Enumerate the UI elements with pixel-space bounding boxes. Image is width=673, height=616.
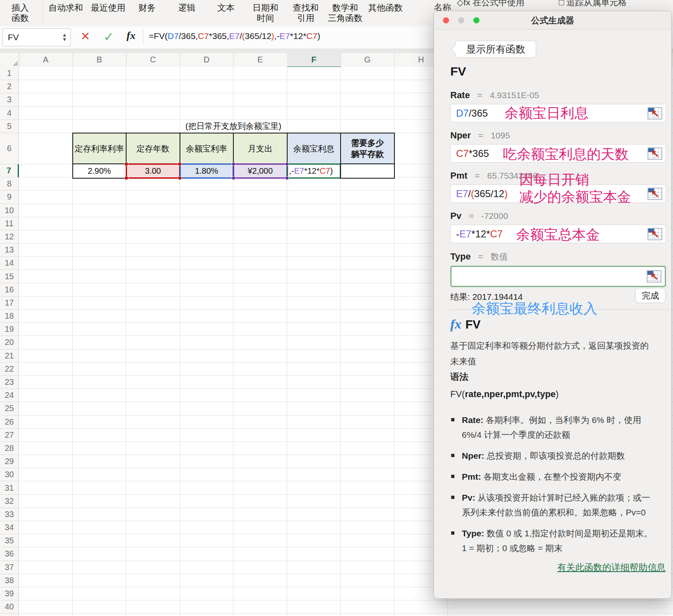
grid-cell[interactable]	[341, 230, 394, 244]
grid-cell[interactable]	[73, 534, 127, 547]
grid-cell[interactable]	[126, 349, 180, 363]
grid-cell[interactable]	[287, 217, 341, 230]
grid-cell[interactable]	[233, 429, 287, 442]
grid-cell[interactable]	[126, 80, 180, 93]
grid-cell[interactable]	[287, 283, 341, 297]
grid-cell[interactable]	[341, 481, 394, 494]
grid-cell[interactable]	[233, 376, 287, 389]
row-header-37[interactable]: 37	[0, 561, 19, 574]
row-header-28[interactable]: 28	[0, 442, 19, 455]
grid-cell[interactable]	[19, 574, 73, 587]
table-header-cell[interactable]: 月支出	[233, 133, 288, 165]
row-header-4[interactable]: 4	[0, 107, 19, 120]
row-header-35[interactable]: 35	[0, 534, 19, 547]
grid-cell[interactable]	[180, 107, 234, 120]
grid-cell[interactable]	[287, 561, 341, 574]
grid-cell[interactable]	[126, 587, 180, 600]
grid-cell[interactable]	[73, 323, 127, 336]
grid-cell[interactable]	[19, 495, 73, 508]
grid-cell[interactable]	[126, 495, 180, 508]
grid-cell[interactable]	[73, 429, 127, 442]
row-header-38[interactable]: 38	[0, 574, 19, 587]
grid-cell[interactable]	[341, 191, 394, 204]
row-header-39[interactable]: 39	[0, 587, 19, 600]
grid-cell[interactable]	[73, 80, 127, 93]
grid-cell[interactable]	[341, 561, 394, 574]
cell-C7[interactable]: 3.00	[126, 163, 180, 179]
grid-cell[interactable]	[126, 67, 180, 80]
grid-cell[interactable]	[19, 561, 73, 574]
grid-cell[interactable]	[73, 349, 127, 363]
grid-cell[interactable]	[341, 257, 394, 270]
grid-cell[interactable]	[341, 323, 394, 336]
grid-cell[interactable]	[126, 297, 180, 310]
grid-cell[interactable]	[233, 297, 287, 310]
grid-cell[interactable]	[180, 297, 234, 310]
grid-cell[interactable]	[73, 495, 127, 508]
grid-cell[interactable]	[341, 547, 394, 561]
ribbon-fragment-trace-dependents[interactable]: □ 追踪从属单元格	[559, 0, 627, 8]
selection-handle[interactable]	[178, 176, 182, 180]
grid-cell[interactable]	[287, 349, 341, 363]
confirm-icon[interactable]: ✓	[104, 30, 114, 44]
grid-cell[interactable]	[73, 416, 127, 429]
grid-cell[interactable]	[19, 402, 73, 415]
grid-cell[interactable]	[126, 547, 180, 561]
grid-cell[interactable]	[73, 442, 127, 455]
selection-handle[interactable]	[285, 162, 289, 166]
row-header-25[interactable]: 25	[0, 402, 19, 415]
column-header-D[interactable]: D	[180, 53, 234, 67]
row-header-1[interactable]: 1	[0, 67, 19, 80]
done-button[interactable]: 完成	[635, 288, 666, 303]
row-header-18[interactable]: 18	[0, 310, 19, 323]
grid-cell[interactable]	[126, 191, 180, 204]
grid-cell[interactable]	[233, 442, 287, 455]
grid-cell[interactable]	[233, 561, 287, 574]
name-box-stepper[interactable]: ▲▼	[62, 33, 67, 42]
grid-cell[interactable]	[287, 191, 341, 204]
grid-cell[interactable]	[341, 310, 394, 323]
grid-cell[interactable]	[233, 244, 287, 257]
grid-cell[interactable]	[19, 614, 73, 616]
grid-cell[interactable]	[233, 481, 287, 494]
grid-cell[interactable]	[287, 614, 341, 616]
grid-cell[interactable]	[287, 534, 341, 547]
grid-cell[interactable]	[180, 495, 234, 508]
grid-cell[interactable]	[287, 455, 341, 468]
grid-cell[interactable]	[341, 336, 394, 349]
grid-cell[interactable]	[341, 468, 394, 481]
row-header-11[interactable]: 11	[0, 217, 19, 230]
formula-input[interactable]: =FV(D7/365,C7*365,E7/(365/12),-E7*12*C7)	[149, 31, 320, 41]
grid-cell[interactable]	[341, 442, 394, 455]
nper-input[interactable]: C7*365	[450, 144, 666, 163]
grid-cell[interactable]	[233, 323, 287, 336]
grid-cell[interactable]	[73, 257, 127, 270]
grid-cell[interactable]	[126, 376, 180, 389]
type-input[interactable]	[450, 266, 666, 287]
grid-cell[interactable]	[287, 80, 341, 93]
grid-cell[interactable]	[19, 600, 73, 614]
grid-cell[interactable]	[233, 363, 287, 376]
grid-cell[interactable]	[287, 310, 341, 323]
grid-cell[interactable]	[341, 363, 394, 376]
grid-cell[interactable]	[341, 508, 394, 521]
row-header-9[interactable]: 9	[0, 191, 19, 204]
grid-cell[interactable]	[180, 574, 234, 587]
grid-cell[interactable]	[287, 389, 341, 402]
grid-cell[interactable]	[180, 416, 234, 429]
row-header-5[interactable]: 5	[0, 120, 19, 133]
grid-cell[interactable]	[19, 107, 73, 120]
insert-function-icon[interactable]: fx	[127, 30, 136, 42]
table-header-cell[interactable]: 定存利率利率	[72, 133, 127, 165]
grid-cell[interactable]	[126, 614, 180, 616]
grid-cell[interactable]	[19, 508, 73, 521]
grid-cell[interactable]	[19, 429, 73, 442]
range-selector-icon[interactable]	[648, 188, 662, 200]
row-header-29[interactable]: 29	[0, 455, 19, 468]
rate-input[interactable]: D7/365	[450, 104, 666, 122]
grid-cell[interactable]	[233, 310, 287, 323]
grid-cell[interactable]	[19, 416, 73, 429]
grid-cell[interactable]	[233, 191, 287, 204]
grid-cell[interactable]	[73, 561, 127, 574]
help-link[interactable]: 有关此函数的详细帮助信息	[557, 561, 666, 574]
